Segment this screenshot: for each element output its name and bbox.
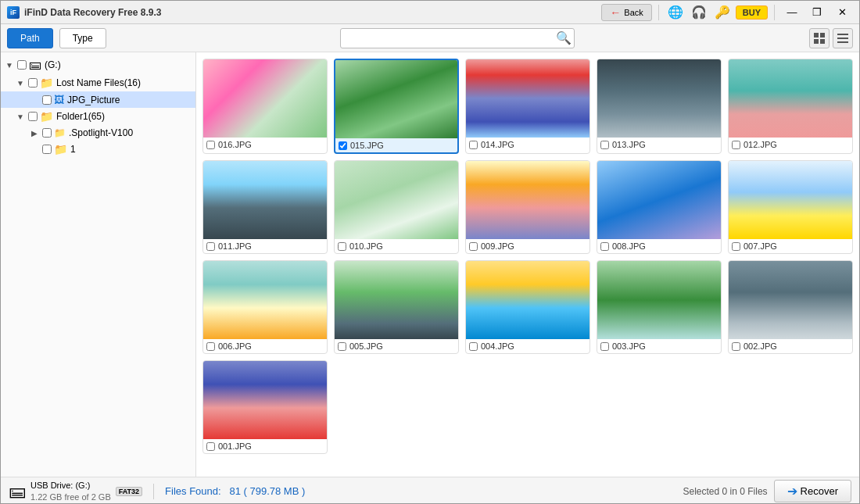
thumbnail-grid: 016.JPG015.JPG014.JPG013.JPG012.JPG011.J… xyxy=(202,59,853,454)
sidebar-item-folder-1[interactable]: 📁 1 xyxy=(1,141,195,158)
globe-icon-btn[interactable]: 🌐 xyxy=(665,4,686,21)
thumb-checkbox-008[interactable] xyxy=(600,242,609,251)
thumb-img-012 xyxy=(729,59,852,138)
search-input[interactable] xyxy=(340,28,575,48)
thumb-filename-013: 013.JPG xyxy=(612,140,646,149)
thumb-label-003: 003.JPG xyxy=(597,339,721,353)
checkbox-lost-name-files[interactable] xyxy=(28,78,38,88)
svg-rect-0 xyxy=(814,33,819,38)
buy-button[interactable]: BUY xyxy=(736,5,768,20)
thumb-card-006[interactable]: 006.JPG xyxy=(202,260,328,354)
sidebar-item-spotlight[interactable]: ▶ 📁 .Spotlight-V100 xyxy=(1,125,195,141)
thumb-checkbox-007[interactable] xyxy=(732,242,740,251)
support-icon-btn[interactable]: 🎧 xyxy=(689,4,709,21)
thumb-checkbox-001[interactable] xyxy=(206,442,215,451)
restore-button[interactable]: ❒ xyxy=(806,4,828,21)
thumb-card-001[interactable]: 001.JPG xyxy=(202,360,328,454)
thumb-checkbox-002[interactable] xyxy=(732,342,740,351)
sidebar-item-jpg-picture[interactable]: 🖼 JPG_Picture xyxy=(1,91,195,108)
thumb-filename-004: 004.JPG xyxy=(481,341,514,351)
sidebar-item-g-drive[interactable]: ▼ 🖴 (G:) xyxy=(1,55,195,74)
title-bar: iF iFinD Data Recovery Free 8.9.3 ← Back… xyxy=(1,1,859,24)
folder-icon-folder1: 📁 xyxy=(40,110,53,123)
selected-info: Selected 0 in 0 Files xyxy=(683,486,768,497)
thumb-label-015: 015.JPG xyxy=(335,138,457,152)
thumb-filename-016: 016.JPG xyxy=(218,140,252,149)
checkbox-jpg-picture[interactable] xyxy=(42,95,52,105)
list-view-btn[interactable] xyxy=(833,28,853,48)
thumb-filename-002: 002.JPG xyxy=(744,341,777,351)
sidebar-item-lost-name-files[interactable]: ▼ 📁 Lost Name Files(16) xyxy=(1,74,195,91)
thumb-img-002 xyxy=(729,261,852,339)
thumb-img-007 xyxy=(729,161,852,239)
sidebar-item-folder1[interactable]: ▼ 📁 Folder1(65) xyxy=(1,108,195,125)
thumb-img-004 xyxy=(466,261,589,339)
thumb-checkbox-015[interactable] xyxy=(339,141,347,150)
thumb-card-015[interactable]: 015.JPG xyxy=(334,59,459,154)
thumb-label-016: 016.JPG xyxy=(203,138,327,152)
thumb-checkbox-005[interactable] xyxy=(338,342,346,351)
expander-g-drive[interactable]: ▼ xyxy=(4,59,15,70)
back-button[interactable]: ← Back xyxy=(601,4,651,21)
thumb-img-008 xyxy=(597,161,721,239)
thumb-label-013: 013.JPG xyxy=(597,138,721,152)
expander-folder1[interactable]: ▼ xyxy=(15,111,26,122)
thumb-card-008[interactable]: 008.JPG xyxy=(597,160,722,254)
thumb-checkbox-009[interactable] xyxy=(469,242,478,251)
thumb-card-011[interactable]: 011.JPG xyxy=(202,160,328,254)
thumb-card-013[interactable]: 013.JPG xyxy=(597,59,722,154)
thumb-label-012: 012.JPG xyxy=(729,138,852,152)
thumb-img-013 xyxy=(597,59,721,138)
thumb-card-003[interactable]: 003.JPG xyxy=(597,260,722,354)
thumb-card-016[interactable]: 016.JPG xyxy=(202,59,328,154)
expander-lost-name-files[interactable]: ▼ xyxy=(15,77,26,88)
thumb-filename-001: 001.JPG xyxy=(218,441,252,451)
thumb-label-004: 004.JPG xyxy=(466,339,589,353)
thumb-checkbox-004[interactable] xyxy=(469,342,478,351)
jpg-picture-label: JPG_Picture xyxy=(67,95,120,105)
thumb-checkbox-003[interactable] xyxy=(600,342,609,351)
thumb-card-012[interactable]: 012.JPG xyxy=(728,59,853,154)
thumb-label-001: 001.JPG xyxy=(203,439,327,453)
type-tab[interactable]: Type xyxy=(59,28,106,48)
thumb-img-005 xyxy=(335,261,458,339)
thumb-checkbox-006[interactable] xyxy=(206,342,215,351)
thumb-checkbox-012[interactable] xyxy=(732,141,740,149)
thumb-card-005[interactable]: 005.JPG xyxy=(334,260,459,354)
thumb-card-004[interactable]: 004.JPG xyxy=(465,260,590,354)
spotlight-label: .Spotlight-V100 xyxy=(69,127,133,138)
thumb-card-014[interactable]: 014.JPG xyxy=(465,59,590,154)
thumb-checkbox-011[interactable] xyxy=(206,242,215,251)
thumb-checkbox-016[interactable] xyxy=(206,141,215,149)
minimize-button[interactable]: — xyxy=(781,4,803,21)
thumb-label-011: 011.JPG xyxy=(203,239,327,253)
checkbox-folder-1[interactable] xyxy=(42,145,52,154)
checkbox-folder1[interactable] xyxy=(28,112,38,121)
recover-button[interactable]: ➔ Recover xyxy=(774,480,851,502)
expander-spotlight[interactable]: ▶ xyxy=(29,127,40,138)
thumbnail-view-btn[interactable] xyxy=(809,28,830,48)
thumb-card-007[interactable]: 007.JPG xyxy=(728,160,853,254)
search-icon-btn[interactable]: 🔍 xyxy=(556,32,572,45)
main-layout: ▼ 🖴 (G:) ▼ 📁 Lost Name Files(16) 🖼 JPG_P… xyxy=(1,52,859,477)
svg-rect-5 xyxy=(837,38,848,39)
usb-drive-icon: 🖴 xyxy=(9,481,26,502)
thumb-checkbox-013[interactable] xyxy=(600,141,609,149)
thumb-checkbox-014[interactable] xyxy=(469,141,478,149)
close-button[interactable]: ✕ xyxy=(831,4,853,21)
checkbox-spotlight[interactable] xyxy=(42,128,52,138)
key-icon-btn[interactable]: 🔑 xyxy=(712,4,733,21)
thumb-card-009[interactable]: 009.JPG xyxy=(465,160,590,254)
thumb-card-010[interactable]: 010.JPG xyxy=(334,160,459,254)
jpg-picture-file-icon: 🖼 xyxy=(54,94,64,105)
thumb-img-001 xyxy=(203,361,327,439)
path-tab[interactable]: Path xyxy=(7,28,53,48)
thumb-filename-014: 014.JPG xyxy=(481,140,514,149)
thumb-img-011 xyxy=(203,161,327,239)
thumb-card-002[interactable]: 002.JPG xyxy=(728,260,853,354)
status-divider xyxy=(153,484,154,499)
thumb-img-014 xyxy=(466,59,589,138)
svg-rect-6 xyxy=(837,41,848,43)
checkbox-g-drive[interactable] xyxy=(17,60,27,70)
thumb-checkbox-010[interactable] xyxy=(338,242,346,251)
